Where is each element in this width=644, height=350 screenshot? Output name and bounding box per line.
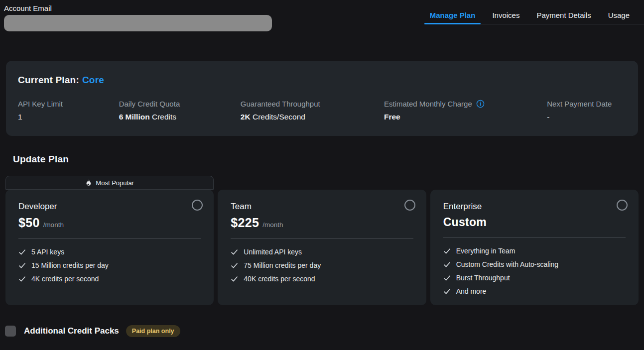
check-icon <box>443 261 451 268</box>
paid-plan-only-badge: Paid plan only <box>126 325 180 337</box>
tab-payment-details[interactable]: Payment Details <box>536 11 591 19</box>
plan-column-enterprise: Enterprise Custom Everything in Team Cus… <box>430 176 639 305</box>
plan-divider <box>443 237 626 238</box>
feature-text: Everything in Team <box>456 247 515 255</box>
stat-value-strong: 6 Million <box>119 113 150 121</box>
plan-period: /month <box>43 221 64 229</box>
billing-tabs: Manage Plan Invoices Payment Details Usa… <box>424 0 644 24</box>
plan-radio-enterprise[interactable] <box>617 200 628 211</box>
feature-text: And more <box>456 287 487 295</box>
most-popular-banner: Most Popular <box>5 176 214 190</box>
plan-column-developer: Most Popular Developer $50 /month 5 API … <box>5 176 214 305</box>
plan-divider <box>231 238 413 239</box>
plan-price-row: $50 /month <box>18 216 201 230</box>
plan-card-team[interactable]: Team $225 /month Unlimited API keys 75 M… <box>218 190 426 305</box>
plan-name: Developer <box>18 202 201 212</box>
stat-value: 6 Million Credits <box>119 113 236 121</box>
plan-price-row: $225 /month <box>231 216 413 230</box>
stat-label: Next Payment Date <box>547 100 621 108</box>
stat-value: Free <box>384 113 542 121</box>
plans-grid: Most Popular Developer $50 /month 5 API … <box>5 176 639 305</box>
stat-guaranteed-throughput: Guaranteed Throughput 2K Credits/Second <box>241 100 384 121</box>
update-plan-heading: Update Plan <box>13 154 644 165</box>
feature-text: 40K credits per second <box>244 275 315 283</box>
plan-name: Enterprise <box>443 202 626 212</box>
stat-label-text: Estimated Monthly Charge <box>384 100 472 108</box>
feature-text: Unlimited API keys <box>244 248 302 256</box>
stat-value-rest: Credits/Second <box>251 113 305 121</box>
feature-text: 15 Million credits per day <box>31 261 109 269</box>
feature-text: Burst Throughput <box>456 274 510 282</box>
plan-radio-developer[interactable] <box>192 200 203 211</box>
account-email-input[interactable] <box>4 15 272 31</box>
stat-value-rest: - <box>547 113 549 121</box>
plan-spacer <box>430 176 639 190</box>
plan-divider <box>18 238 201 239</box>
plan-feature: 5 API keys <box>18 248 201 256</box>
check-icon <box>443 288 451 295</box>
stat-value-strong: Free <box>384 113 400 121</box>
flame-icon <box>85 179 92 186</box>
plan-feature: And more <box>443 287 626 295</box>
plan-period: /month <box>262 221 283 229</box>
plan-feature: Custom Credits with Auto-scaling <box>443 260 626 268</box>
plan-card-developer[interactable]: Developer $50 /month 5 API keys 15 Milli… <box>5 190 214 305</box>
current-plan-stats: API Key Limit 1 Daily Credit Quota 6 Mil… <box>18 100 626 121</box>
stat-next-payment-date: Next Payment Date - <box>547 100 626 121</box>
stat-value: 1 <box>18 113 114 121</box>
account-email-block: Account Email <box>0 0 272 31</box>
plan-name: Team <box>231 202 413 212</box>
stat-estimated-monthly-charge: Estimated Monthly Charge Free <box>384 100 547 121</box>
plan-feature: 15 Million credits per day <box>18 261 201 269</box>
plan-feature: 40K credits per second <box>231 275 413 283</box>
check-icon <box>231 275 238 283</box>
stat-value-strong: 2K <box>241 113 251 121</box>
info-circle-icon[interactable] <box>476 100 485 108</box>
most-popular-label: Most Popular <box>96 179 134 187</box>
stat-daily-credit-quota: Daily Credit Quota 6 Million Credits <box>119 100 241 121</box>
tab-invoices[interactable]: Invoices <box>492 11 519 19</box>
stat-value: 2K Credits/Second <box>241 113 379 121</box>
plan-price: Custom <box>443 216 487 229</box>
stat-label: Daily Credit Quota <box>119 100 236 108</box>
check-icon <box>443 274 451 282</box>
plan-price-row: Custom <box>443 216 626 229</box>
plan-feature: Unlimited API keys <box>231 248 413 256</box>
current-plan-heading-prefix: Current Plan: <box>18 75 79 85</box>
page-header: Account Email Manage Plan Invoices Payme… <box>0 0 644 35</box>
feature-text: 4K credits per second <box>31 275 99 283</box>
current-plan-name: Core <box>82 75 104 85</box>
plan-feature: Burst Throughput <box>443 274 626 282</box>
plan-radio-team[interactable] <box>404 200 415 211</box>
credit-packs-checkbox[interactable] <box>5 326 16 337</box>
stat-value-rest: 1 <box>18 113 22 121</box>
current-plan-heading: Current Plan:Core <box>18 75 626 86</box>
feature-text: Custom Credits with Auto-scaling <box>456 260 558 268</box>
plan-spacer <box>218 176 426 190</box>
plan-card-enterprise[interactable]: Enterprise Custom Everything in Team Cus… <box>430 190 639 305</box>
check-icon <box>18 275 26 283</box>
plan-price: $50 <box>18 216 40 230</box>
stat-value-rest: Credits <box>150 113 176 121</box>
plan-column-team: Team $225 /month Unlimited API keys 75 M… <box>218 176 426 305</box>
tab-manage-plan[interactable]: Manage Plan <box>430 11 476 19</box>
stat-label: Guaranteed Throughput <box>241 100 379 108</box>
account-email-label: Account Email <box>4 4 272 12</box>
plan-feature: 75 Million credits per day <box>231 261 413 269</box>
credit-packs-title: Additional Credit Packs <box>24 326 119 336</box>
stat-api-key-limit: API Key Limit 1 <box>18 100 119 121</box>
feature-text: 75 Million credits per day <box>244 261 321 269</box>
check-icon <box>231 262 238 269</box>
stat-value: - <box>547 113 621 121</box>
check-icon <box>443 247 451 255</box>
check-icon <box>18 248 26 256</box>
feature-text: 5 API keys <box>31 248 64 256</box>
plan-feature: 4K credits per second <box>18 275 201 283</box>
plan-feature: Everything in Team <box>443 247 626 255</box>
plan-price: $225 <box>231 216 259 230</box>
tab-usage[interactable]: Usage <box>608 11 630 19</box>
additional-credit-packs-row: Additional Credit Packs Paid plan only <box>5 325 644 337</box>
current-plan-card: Current Plan:Core API Key Limit 1 Daily … <box>6 61 638 136</box>
check-icon <box>231 248 238 256</box>
stat-label: API Key Limit <box>18 100 114 108</box>
